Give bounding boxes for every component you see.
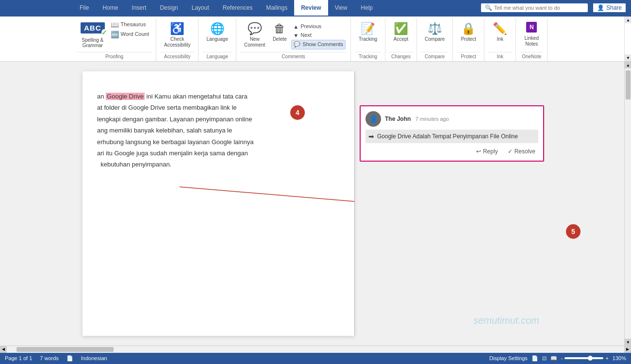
tracking-label-group: Tracking [355,52,381,61]
page-area: 4 5 an Google Drive ini Kamu akan menget… [0,62,624,346]
tab-references[interactable]: References [216,0,259,16]
language-status: Indonesian [81,355,107,361]
bottom-scrollbar-area: ◀ ▶ [0,346,631,352]
zoom-in-button[interactable]: + [605,355,608,361]
tab-home[interactable]: Home [96,0,125,16]
proofing-label: Proofing [77,52,152,61]
ribbon-content: ABC ✓ Spelling & Grammar 📖 Thesaurus 🔤 [0,16,631,61]
reply-button[interactable]: ↩ Reply [473,147,501,156]
ribbon-group-comments: 💬 New Comment 🗑 Delete ▲ Previous [236,18,351,61]
changes-buttons: ✅ Accept [389,18,413,52]
check-accessibility-button[interactable]: ♿ Check Accessibility [161,20,193,50]
ribbon-scroll-track [625,23,631,54]
linked-notes-label: Linked Notes [524,35,538,47]
small-proofing-buttons: 📖 Thesaurus 🔤 Word Count [109,20,151,39]
scrollbar-down-button[interactable]: ▼ [625,339,631,346]
tab-review[interactable]: Review [294,0,328,16]
protect-button[interactable]: 🔒 Protect [458,20,479,44]
comment-avatar: 👤 [365,111,381,127]
zoom-slider[interactable] [565,357,603,359]
ribbon-group-changes: ✅ Accept Changes [385,18,417,61]
tracking-button[interactable]: 📝 Tracking [356,20,380,44]
tab-design[interactable]: Design [153,0,184,16]
word-count-status: 7 words [40,355,59,361]
reply-label: Reply [483,148,498,155]
spelling-grammar-button[interactable]: ABC ✓ Spelling & Grammar [78,20,108,50]
linked-notes-button[interactable]: N Linked Notes [521,20,542,49]
ink-icon: ✏️ [493,22,507,35]
thesaurus-label: Thesaurus [121,21,146,28]
search-input[interactable] [494,5,584,11]
document-text: an Google Drive ini Kamu akan mengetahui… [97,91,335,170]
ribbon-group-compare: ⚖️ Compare Compare [417,18,453,61]
bottom-scrollbar-thumb[interactable] [17,347,114,352]
view-icon-print[interactable]: 📄 [531,355,538,362]
new-comment-label: New Comment [244,36,265,48]
display-settings-button[interactable]: Display Settings [489,355,528,361]
abc-icon-container: ABC ✓ [81,22,105,33]
protect-label-group: Protect [457,52,480,61]
text-line-1: ini Kamu akan mengetahui tata cara [145,93,248,100]
word-count-button[interactable]: 🔤 Word Count [109,30,151,39]
resolve-button[interactable]: ✓ Resolve [505,147,538,156]
zoom-level: 130% [613,355,626,361]
resolve-label: Resolve [515,148,535,155]
new-comment-button[interactable]: 💬 New Comment [241,20,268,50]
accept-button[interactable]: ✅ Accept [390,20,412,44]
bottom-scroll-right-button[interactable]: ▶ [624,346,631,353]
ink-label: Ink [497,36,503,42]
page-layout: an Google Drive ini Kamu akan mengetahui… [0,62,624,346]
share-button[interactable]: 👤 Share [593,3,626,13]
word-count-label: Word Count [121,31,149,37]
view-icon-web[interactable]: ⊡ [542,355,547,362]
bottom-scroll-left-button[interactable]: ◀ [0,346,7,353]
tab-mailings[interactable]: Mailings [259,0,294,16]
comment-author: The John [385,116,411,122]
tab-help[interactable]: Help [354,0,380,16]
status-bar: Page 1 of 1 7 words 📄 Indonesian Display… [0,352,631,364]
previous-comment-button[interactable]: ▲ Previous [291,22,346,31]
ink-button[interactable]: ✏️ Ink [489,20,511,44]
step-5-circle: 5 [566,224,581,239]
tab-bar-right: 🔍 👤 Share [481,0,631,16]
tracking-label: Tracking [359,36,377,42]
scrollbar-thumb[interactable] [626,70,631,99]
language-buttons: 🌐 Language [202,18,232,52]
accept-icon: ✅ [394,22,408,35]
comment-panel: 👤 The John 7 minutes ago ➡ Google [355,71,549,336]
ribbon-group-ink: ✏️ Ink Ink [484,18,516,61]
tab-layout[interactable]: Layout [185,0,216,16]
thesaurus-button[interactable]: 📖 Thesaurus [109,20,151,29]
text-line-7: kebutuhan penyimpanan. [97,161,171,168]
ribbon-group-accessibility: ♿ Check Accessibility Accessibility [156,18,199,61]
protect-buttons: 🔒 Protect [457,18,480,52]
show-comments-button[interactable]: 💬 Show Comments [291,40,346,49]
delete-label: Delete [273,36,287,42]
accessibility-icon: ♿ [170,22,184,35]
word-count-icon: 🔤 [111,31,119,38]
comment-time: 7 minutes ago [415,116,449,122]
tab-insert[interactable]: Insert [125,0,153,16]
tracking-icon: 📝 [361,22,375,35]
tab-view[interactable]: View [328,0,354,16]
view-icon-read[interactable]: 📖 [550,355,557,362]
content-area: 4 5 an Google Drive ini Kamu akan menget… [0,62,631,346]
language-icon: 🌐 [210,22,225,35]
zoom-out-button[interactable]: - [561,355,563,361]
tab-file[interactable]: File [73,0,96,16]
bottom-scrollbar-track [7,346,624,353]
ribbon-scroll-down[interactable]: ▼ [625,54,631,61]
ribbon-scrollbar: ▲ ▼ [624,17,631,61]
language-button[interactable]: 🌐 Language [203,20,231,44]
next-icon: ▼ [293,33,299,38]
language-label: Language [206,36,228,42]
spelling-label: Spelling & Grammar [82,37,103,48]
scrollbar-up-button[interactable]: ▲ [625,62,631,68]
text-line-2: at folder di Google Drive serta membagik… [97,104,237,111]
compare-button[interactable]: ⚖️ Compare [422,20,448,44]
ribbon-scroll-up[interactable]: ▲ [625,17,631,23]
compare-label: Compare [425,36,445,42]
next-comment-button[interactable]: ▼ Next [291,31,346,39]
delete-button[interactable]: 🗑 Delete [269,20,290,44]
compare-label-group: Compare [421,52,448,61]
